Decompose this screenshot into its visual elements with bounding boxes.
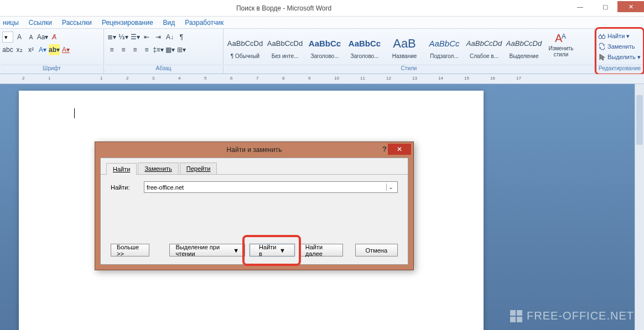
close-button[interactable]: ✕	[617, 1, 644, 12]
find-in-label: Найти в	[259, 244, 277, 257]
sort-icon[interactable]: A↓	[164, 32, 175, 43]
svg-text:A: A	[562, 33, 566, 40]
find-input-dropdown[interactable]: ⌄	[386, 184, 395, 191]
dialog-tab-goto[interactable]: Перейти	[180, 163, 217, 174]
find-next-button[interactable]: Найти далее	[299, 244, 343, 256]
change-styles-label: Изменить стили	[546, 45, 577, 57]
tab-links[interactable]: Ссылки	[29, 19, 52, 27]
justify-icon[interactable]: ≡	[141, 44, 152, 55]
ribbon: ▾ A A Aa▾ A̸ abc x₂ x² A▾ ab▾ A▾ Шрифт ≣…	[0, 29, 644, 74]
dialog-titlebar[interactable]: Найти и заменить ? ✕	[95, 142, 413, 158]
align-center-icon[interactable]: ≡	[118, 44, 129, 55]
find-label: Найти	[607, 33, 625, 39]
window-title: Поиск в Ворде - Microsoft Word	[0, 4, 568, 12]
dialog-tab-replace[interactable]: Заменить	[138, 163, 178, 174]
numbering-icon[interactable]: ⅓▾	[118, 32, 129, 43]
style-item-3[interactable]: AaBbCcЗаголово...	[345, 30, 384, 62]
find-replace-dialog: Найти и заменить ? ✕ Найти Заменить Пере…	[95, 142, 414, 270]
find-next-label: Найти далее	[305, 244, 337, 257]
change-styles-icon: AA	[554, 31, 568, 45]
dialog-tab-find[interactable]: Найти	[106, 163, 137, 175]
replace-label: Заменить	[607, 43, 635, 50]
maximize-button[interactable]: ▢	[593, 1, 617, 12]
align-left-icon[interactable]: ≡	[106, 44, 117, 55]
align-right-icon[interactable]: ≡	[129, 44, 141, 55]
style-item-2[interactable]: AaBbCcЗаголово...	[305, 30, 344, 62]
style-item-4[interactable]: AaBНазвание	[385, 30, 424, 62]
find-input[interactable]: free-office.net ⌄	[144, 181, 398, 193]
select-button[interactable]: Выделить▾	[598, 52, 641, 62]
change-case-icon[interactable]: Aa▾	[37, 32, 48, 43]
bullets-icon[interactable]: ≣▾	[106, 32, 117, 43]
dialog-help-button[interactable]: ?	[382, 145, 387, 153]
ribbon-tabs: ницы Ссылки Рассылки Рецензирование Вид …	[0, 17, 644, 29]
style-item-7[interactable]: AaBbCcDdВыделение	[505, 30, 543, 62]
subscript-icon[interactable]: x₂	[14, 44, 25, 55]
cancel-button-label: Отмена	[366, 247, 387, 254]
find-input-value: free-office.net	[147, 184, 184, 191]
text-effects-icon[interactable]: A▾	[37, 44, 48, 55]
superscript-icon[interactable]: x²	[25, 44, 37, 55]
tab-developer[interactable]: Разработчик	[185, 19, 224, 27]
group-paragraph-label: Абзац	[105, 65, 222, 74]
replace-button[interactable]: Заменить	[598, 41, 635, 51]
dialog-tabs: Найти Заменить Перейти	[101, 158, 408, 175]
vertical-scrollbar[interactable]	[635, 84, 644, 330]
reading-highlight-label: Выделение при чтении	[175, 244, 231, 257]
grow-font-icon[interactable]: A	[14, 32, 25, 43]
tab-review[interactable]: Рецензирование	[102, 19, 153, 27]
borders-icon[interactable]: ⊞▾	[176, 44, 187, 55]
dialog-tab-replace-label: Заменить	[144, 165, 172, 172]
group-styles: AaBbCcDd¶ ОбычныйAaBbCcDdБез инте...AaBb…	[224, 29, 595, 74]
find-button[interactable]: Найти▾	[598, 31, 630, 41]
text-cursor	[74, 108, 75, 118]
tab-view[interactable]: Вид	[163, 19, 175, 27]
more-button[interactable]: Больше >>	[111, 244, 149, 256]
clear-format-icon[interactable]: A̸	[49, 32, 60, 43]
cursor-icon	[598, 53, 606, 61]
group-font: ▾ A A Aa▾ A̸ abc x₂ x² A▾ ab▾ A▾ Шрифт	[0, 29, 104, 74]
dialog-tab-find-label: Найти	[113, 166, 130, 172]
group-editing-label: Редактирование	[597, 65, 642, 74]
replace-icon	[598, 43, 606, 50]
svg-point-3	[602, 35, 605, 39]
minimize-button[interactable]: —	[568, 1, 593, 12]
font-size-select[interactable]: ▾	[2, 32, 13, 43]
style-item-6[interactable]: AaBbCcDdСлабое в...	[465, 30, 503, 62]
more-button-label: Больше >>	[117, 244, 143, 257]
reading-highlight-button[interactable]: Выделение при чтении▼	[169, 244, 245, 256]
binoculars-icon	[598, 32, 606, 40]
group-editing: Найти▾ Заменить Выделить▾ Редактирование	[595, 27, 644, 75]
watermark-text: FREE-OFFICE.NET	[527, 310, 634, 322]
dialog-title: Найти и заменить	[227, 146, 282, 154]
horizontal-ruler[interactable]: 3211234567891011121314151617	[0, 74, 644, 84]
cancel-button[interactable]: Отмена	[355, 244, 398, 256]
tab-mailings[interactable]: Рассылки	[62, 19, 92, 27]
windows-logo-icon	[510, 310, 522, 322]
strike-icon[interactable]: abc	[2, 44, 13, 55]
indent-icon[interactable]: ⇥	[153, 32, 164, 43]
font-color-icon[interactable]: A▾	[60, 44, 71, 55]
style-item-1[interactable]: AaBbCcDdБез инте...	[266, 30, 304, 62]
style-item-5[interactable]: AaBbCcПодзагол...	[425, 30, 464, 62]
line-spacing-icon[interactable]: ‡≡▾	[153, 44, 164, 55]
titlebar: Поиск в Ворде - Microsoft Word — ▢ ✕	[0, 0, 644, 17]
multilevel-icon[interactable]: ☰▾	[129, 32, 141, 43]
change-styles-button[interactable]: AA Изменить стили	[544, 30, 578, 59]
shrink-font-icon[interactable]: A	[25, 32, 37, 43]
scrollbar-thumb[interactable]	[636, 95, 643, 145]
select-label: Выделить	[607, 54, 636, 60]
svg-point-2	[599, 35, 602, 39]
dialog-tab-goto-label: Перейти	[186, 165, 211, 172]
dialog-close-button[interactable]: ✕	[388, 144, 411, 155]
find-label: Найти:	[111, 184, 138, 191]
highlight-icon[interactable]: ab▾	[49, 44, 60, 55]
outdent-icon[interactable]: ⇤	[141, 32, 152, 43]
watermark: FREE-OFFICE.NET	[510, 310, 634, 322]
group-paragraph: ≣▾ ⅓▾ ☰▾ ⇤ ⇥ A↓ ¶ ≡ ≡ ≡ ≡ ‡≡▾ ▦▾ ⊞▾ Абза…	[104, 29, 224, 74]
style-item-0[interactable]: AaBbCcDd¶ Обычный	[226, 30, 264, 62]
show-marks-icon[interactable]: ¶	[176, 32, 187, 43]
tab-pages[interactable]: ницы	[3, 19, 19, 27]
shading-icon[interactable]: ▦▾	[164, 44, 175, 55]
find-in-button[interactable]: Найти в▼	[250, 244, 295, 256]
